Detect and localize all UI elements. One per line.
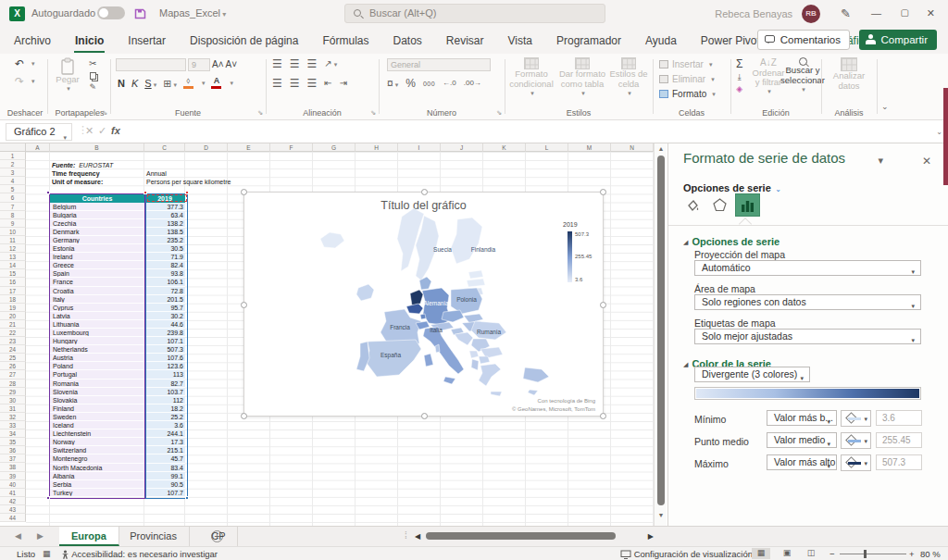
format-as-table-button[interactable]: Dar formato como tabla▾ <box>557 57 607 97</box>
row-header-1[interactable]: 1 <box>0 152 26 160</box>
table-row[interactable]: Iceland3.6 <box>50 421 187 429</box>
map-chart[interactable]: Título del gráfico SueciaFinlandiaAleman… <box>243 192 604 417</box>
row-header-44[interactable]: 44 <box>0 514 26 522</box>
table-row[interactable]: Finland18.2 <box>50 404 187 413</box>
align-bottom-icon[interactable]: ☰ <box>307 58 318 69</box>
row-header-29[interactable]: 29 <box>0 388 26 396</box>
map-country-cyprus[interactable] <box>528 390 538 395</box>
column-header-D[interactable]: D <box>185 143 228 152</box>
table-row[interactable]: Bulgaria63.4 <box>50 211 187 219</box>
map-country-greece[interactable] <box>479 364 501 386</box>
column-header-C[interactable]: C <box>144 143 185 152</box>
name-box[interactable]: Gráfico 2▾ <box>6 123 72 141</box>
table-row[interactable]: Albania99.1 <box>50 472 187 480</box>
scroll-right-icon[interactable]: ▶ <box>648 532 654 541</box>
row-header-34[interactable]: 34 <box>0 429 26 438</box>
selection-handle[interactable] <box>46 496 50 500</box>
row-header-11[interactable]: 11 <box>0 236 26 244</box>
avatar[interactable]: RB <box>802 5 820 23</box>
row-header-25[interactable]: 25 <box>0 354 26 362</box>
shrink-font-icon[interactable]: A˅ <box>226 60 238 69</box>
selection-handle[interactable] <box>185 496 189 500</box>
accounting-format-icon[interactable]: ¤▾ <box>387 78 398 89</box>
row-header-4[interactable]: 4 <box>0 177 26 185</box>
value-cell[interactable]: 63.4 <box>144 211 185 219</box>
row-header-14[interactable]: 14 <box>0 261 26 269</box>
insert-cells-button[interactable]: Insertar▾ <box>659 57 712 71</box>
expand-formula-bar-icon[interactable]: ⌄ <box>936 128 942 136</box>
country-cell[interactable]: Albania <box>50 472 144 480</box>
autosave-toggle[interactable] <box>97 6 125 19</box>
value-cell[interactable]: 18.2 <box>144 404 185 413</box>
country-cell[interactable]: Bulgaria <box>50 211 144 219</box>
value-cell[interactable]: 123.6 <box>144 362 185 370</box>
save-icon[interactable] <box>134 6 146 23</box>
value-cell[interactable]: 107.7 <box>144 489 185 497</box>
cell-b2[interactable]: Fuente: EUROSTAT <box>52 161 113 169</box>
ribbon-tab-inicio[interactable]: Inicio <box>74 34 105 47</box>
table-row[interactable]: Germany235.2 <box>50 236 187 244</box>
cell-b3[interactable]: Time frequency <box>52 169 100 178</box>
map-country-sicily[interactable] <box>443 377 455 384</box>
page-break-view-icon[interactable]: ◫ <box>802 548 820 559</box>
tab-scroll-splitter[interactable]: ⁞ <box>405 530 407 541</box>
align-right-icon[interactable]: ☰ <box>307 78 318 89</box>
table-row[interactable]: Slovakia112 <box>50 396 187 404</box>
share-button[interactable]: Compartir <box>859 30 937 50</box>
table-row[interactable]: Latvia30.2 <box>50 312 187 320</box>
row-header-36[interactable]: 36 <box>0 446 26 454</box>
chart-resize-handle[interactable] <box>241 189 247 195</box>
column-header-M[interactable]: M <box>568 143 611 152</box>
scroll-up-icon[interactable]: ▲ <box>655 145 667 152</box>
select-all-corner[interactable] <box>0 143 26 152</box>
bold-button[interactable]: N <box>118 78 125 89</box>
align-left-icon[interactable]: ☰ <box>272 78 282 89</box>
country-cell[interactable]: Romania <box>50 380 144 388</box>
header-countries[interactable]: Countries <box>50 194 144 203</box>
map-country-croatia[interactable] <box>455 332 473 345</box>
table-row[interactable]: Hungary107.1 <box>50 337 187 345</box>
accessibility-status[interactable]: Accesibilidad: es necesario investigar <box>61 549 218 559</box>
column-header-I[interactable]: I <box>398 143 441 152</box>
data-table[interactable]: Countries 2019 Belgium377.3Bulgaria63.4C… <box>50 194 187 497</box>
table-row[interactable]: Slovenia103.7 <box>50 388 187 396</box>
row-header-27[interactable]: 27 <box>0 370 26 379</box>
value-cell[interactable]: 82.4 <box>144 261 185 269</box>
percent-style-icon[interactable]: % <box>405 78 416 89</box>
delete-cells-button[interactable]: Eliminar▾ <box>659 72 715 86</box>
value-cell[interactable]: 25.2 <box>144 413 185 421</box>
column-header-F[interactable]: F <box>270 143 313 152</box>
country-cell[interactable]: Switzerland <box>50 446 144 454</box>
number-format-select[interactable]: General <box>387 58 491 71</box>
number-dialog-launcher[interactable]: ⇘ <box>496 109 502 117</box>
row-header-21[interactable]: 21 <box>0 320 26 329</box>
row-header-12[interactable]: 12 <box>0 244 26 253</box>
row-header-32[interactable]: 32 <box>0 413 26 421</box>
horizontal-scrollbar[interactable]: ◀ ▶ <box>415 529 659 544</box>
row-header-39[interactable]: 39 <box>0 472 26 480</box>
value-cell[interactable]: 30.2 <box>144 312 185 320</box>
value-cell[interactable]: 83.4 <box>144 464 185 472</box>
align-middle-icon[interactable]: ☰ <box>290 58 300 69</box>
row-header-40[interactable]: 40 <box>0 480 26 489</box>
analyze-data-button[interactable]: Analizar datos <box>828 57 870 92</box>
copy-icon[interactable] <box>90 72 96 80</box>
map-country-iceland[interactable] <box>320 232 344 248</box>
value-cell[interactable]: 244.1 <box>144 429 185 438</box>
confirm-entry-icon[interactable]: ✓ <box>98 125 106 137</box>
row-header-7[interactable]: 7 <box>0 203 26 211</box>
row-header-41[interactable]: 41 <box>0 489 26 497</box>
table-row[interactable]: North Macedonia83.4 <box>50 464 187 472</box>
value-cell[interactable]: 30.5 <box>144 244 185 253</box>
country-cell[interactable]: Norway <box>50 438 144 446</box>
column-header-G[interactable]: G <box>313 143 356 152</box>
horizontal-scroll-thumb[interactable] <box>426 532 616 540</box>
value-cell[interactable]: 112 <box>144 396 185 404</box>
map-country-czechia[interactable] <box>442 310 464 322</box>
search-input[interactable]: Buscar (Alt+Q) <box>344 4 605 23</box>
increase-indent-icon[interactable]: ⇥ <box>340 79 347 88</box>
country-cell[interactable]: Belgium <box>50 203 144 211</box>
maximize-button[interactable]: ▢ <box>901 7 909 18</box>
midpoint-value-field[interactable]: 255.45 <box>876 432 922 448</box>
map-country-spain[interactable] <box>366 340 421 377</box>
